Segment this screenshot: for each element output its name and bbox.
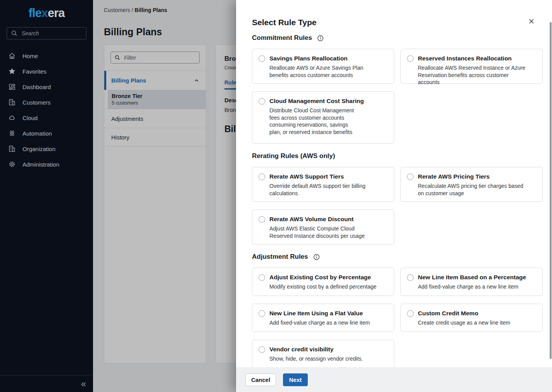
rule-description: Create credit usage as a new line item: [418, 319, 526, 327]
radio-button[interactable]: [259, 310, 265, 317]
sidebar-item-home[interactable]: Home: [0, 48, 93, 64]
rule-title: Rerate AWS Support Tiers: [269, 173, 344, 180]
rule-title: Rerate AWS Volume Discount: [269, 216, 354, 223]
modal-content: Select Rule Type Commitment Rules Saving…: [236, 0, 552, 367]
select-rule-type-modal: Select Rule Type Commitment Rules Saving…: [236, 0, 552, 392]
building-icon: [8, 98, 16, 106]
rule-description: Recalculate AWS pricing tier charges bas…: [418, 182, 526, 197]
rule-description: Add fixed-value charge as a new line ite…: [269, 319, 377, 327]
modal-footer: Cancel Next: [236, 367, 552, 392]
sidebar-item-label: Cloud: [22, 115, 38, 121]
sidebar-item-label: Favorites: [22, 68, 47, 75]
radio-button[interactable]: [259, 346, 265, 353]
rule-description: Distribute Cloud Cost Management fees ac…: [269, 107, 361, 136]
rule-description: Add fixed-value charge as a new line ite…: [418, 283, 526, 291]
rerating-rules-grid: Rerate AWS Support Tiers Override defaul…: [252, 167, 543, 244]
radio-button[interactable]: [259, 216, 265, 223]
search-icon: [11, 30, 18, 37]
radio-button[interactable]: [259, 174, 265, 180]
rule-card-new-line-item-flat-value[interactable]: New Line Item Using a Flat Value Add fix…: [252, 304, 394, 332]
sidebar-item-administration[interactable]: Administration: [0, 156, 93, 172]
building-icon: [8, 145, 16, 153]
section-label: Rerating Rules (AWS only): [252, 151, 335, 161]
rule-card-adjust-existing-cost-by-percentage[interactable]: Adjust Existing Cost by Percentage Modif…: [252, 268, 394, 296]
modal-scrollbar[interactable]: [550, 22, 552, 359]
rule-description: Modify existing cost by a defined percen…: [269, 283, 377, 291]
sidebar-item-label: Administration: [22, 161, 59, 168]
cloud-icon: [8, 114, 16, 122]
sidebar-item-favorites[interactable]: Favorites: [0, 64, 93, 79]
sidebar-item-label: Organization: [22, 146, 55, 152]
section-header-commitment-rules: Commitment Rules: [252, 33, 543, 43]
info-icon[interactable]: [313, 253, 320, 261]
atom-icon: [8, 129, 16, 137]
rule-title: Cloud Management Cost Sharing: [269, 98, 364, 105]
rule-card-savings-plans-reallocation[interactable]: Savings Plans Reallocation Reallocate AW…: [252, 49, 394, 84]
rule-card-reserved-instances-reallocation[interactable]: Reserved Instances Reallocation Realloca…: [400, 49, 543, 84]
modal-title: Select Rule Type: [252, 17, 317, 28]
rule-description: Show, hide, or reassign vendor credits.: [269, 355, 377, 363]
rule-card-rerate-aws-volume-discount[interactable]: Rerate AWS Volume Discount Adjust AWS El…: [252, 210, 394, 244]
sidebar-search[interactable]: [7, 27, 86, 40]
rule-title: Rerate AWS Pricing Tiers: [418, 173, 490, 180]
sidebar-item-organization[interactable]: Organization: [0, 141, 93, 156]
rule-description: Adjust AWS Elastic Compute Cloud Reserve…: [269, 225, 377, 239]
cancel-button[interactable]: Cancel: [245, 373, 276, 386]
rule-title: New Line Item Using a Flat Value: [269, 310, 363, 317]
sidebar-item-automation[interactable]: Automation: [0, 126, 93, 141]
rule-card-new-line-item-based-on-percentage[interactable]: New Line Item Based on a Percentage Add …: [400, 268, 543, 296]
section-header-rerating-rules: Rerating Rules (AWS only): [252, 151, 543, 161]
sidebar-item-label: Automation: [22, 130, 52, 137]
rule-description: Override default AWS support tier billin…: [269, 182, 366, 197]
rule-title: Savings Plans Reallocation: [269, 55, 348, 62]
rule-description: Reallocate AWS Reserved Instance or Azur…: [418, 64, 526, 86]
sidebar-item-label: Dashboard: [22, 84, 51, 90]
radio-button[interactable]: [259, 55, 265, 62]
page-content: Customers / Billing Plans Billing Plans …: [93, 0, 236, 392]
rule-card-rerate-aws-pricing-tiers[interactable]: Rerate AWS Pricing Tiers Recalculate AWS…: [400, 167, 543, 202]
rule-title: New Line Item Based on a Percentage: [418, 274, 526, 281]
rule-description: Reallocate AWS or Azure Savings Plan ben…: [269, 64, 377, 79]
section-label: Adjustment Rules: [252, 252, 308, 261]
commitment-rules-grid: Savings Plans Reallocation Reallocate AW…: [252, 49, 543, 144]
rule-card-rerate-aws-support-tiers[interactable]: Rerate AWS Support Tiers Override defaul…: [252, 167, 394, 202]
radio-button[interactable]: [407, 174, 414, 180]
flexera-logo: flexera: [0, 6, 93, 20]
rule-title: Adjust Existing Cost by Percentage: [269, 274, 371, 281]
radio-button[interactable]: [407, 55, 414, 62]
sidebar: flexera Home Favorites Dashboard Custome…: [0, 0, 93, 392]
sidebar-footer: «: [0, 375, 93, 392]
star-icon: [8, 67, 16, 75]
collapse-sidebar-icon[interactable]: «: [81, 379, 86, 389]
modal-backdrop[interactable]: [93, 0, 236, 392]
gear-icon: [8, 160, 16, 168]
app-window: flexera Home Favorites Dashboard Custome…: [0, 0, 552, 392]
section-header-adjustment-rules: Adjustment Rules: [252, 252, 543, 261]
sidebar-item-customers[interactable]: Customers: [0, 95, 93, 110]
radio-button[interactable]: [259, 98, 265, 105]
adjustment-rules-grid: Adjust Existing Cost by Percentage Modif…: [252, 268, 543, 367]
rule-title: Custom Credit Memo: [418, 310, 478, 317]
radio-button[interactable]: [407, 310, 414, 317]
radio-button[interactable]: [407, 274, 414, 281]
info-icon[interactable]: [317, 34, 324, 42]
sidebar-item-cloud[interactable]: Cloud: [0, 110, 93, 126]
radio-button[interactable]: [259, 274, 265, 281]
close-icon[interactable]: [528, 18, 535, 25]
sidebar-item-label: Home: [22, 53, 38, 59]
rule-card-cloud-management-cost-sharing[interactable]: Cloud Management Cost Sharing Distribute…: [252, 91, 394, 144]
next-button[interactable]: Next: [283, 373, 308, 386]
dashboard-icon: [8, 83, 16, 91]
home-icon: [8, 52, 16, 60]
sidebar-item-label: Customers: [22, 99, 51, 106]
rule-title: Vendor credit visibility: [269, 346, 333, 353]
sidebar-item-dashboard[interactable]: Dashboard: [0, 79, 93, 95]
search-input[interactable]: [22, 30, 82, 36]
rule-card-vendor-credit-visibility[interactable]: Vendor credit visibility Show, hide, or …: [252, 340, 394, 367]
section-label: Commitment Rules: [252, 33, 312, 43]
rule-title: Reserved Instances Reallocation: [418, 55, 512, 62]
rule-card-custom-credit-memo[interactable]: Custom Credit Memo Create credit usage a…: [400, 304, 543, 332]
